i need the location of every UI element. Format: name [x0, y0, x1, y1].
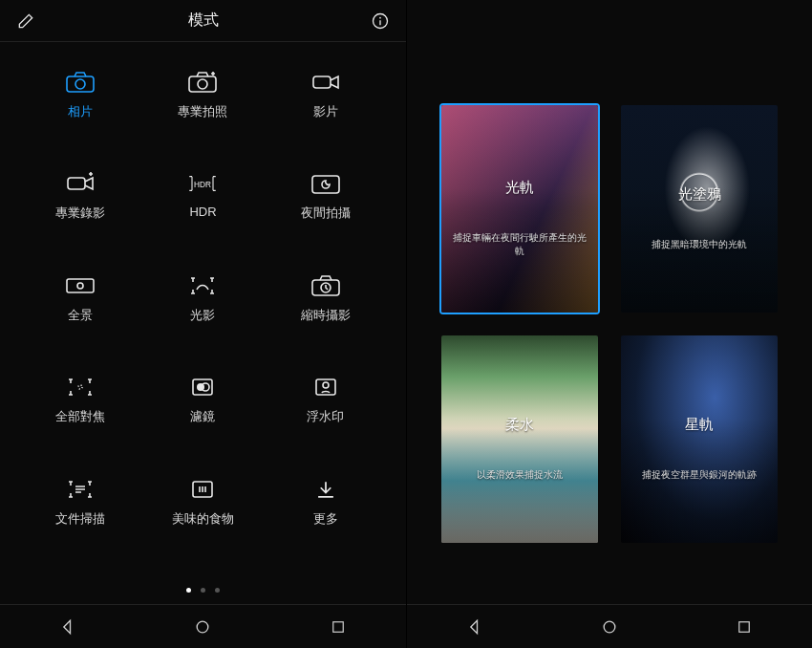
android-navbar — [407, 604, 812, 648]
page-dot — [186, 588, 191, 593]
watermark-icon — [309, 374, 343, 400]
page-dot — [201, 588, 205, 593]
card-title: 光軌 — [505, 179, 534, 197]
option-silky-water[interactable]: 柔水 以柔滑效果捕捉水流 — [441, 335, 598, 543]
mode-all-focus[interactable]: 全部對焦 — [19, 370, 141, 471]
modes-title: 模式 — [188, 11, 219, 31]
mode-label: 專業拍照 — [178, 103, 227, 120]
svg-point-2 — [379, 16, 381, 18]
mode-panorama[interactable]: 全景 — [19, 269, 141, 370]
mode-night[interactable]: 夜間拍攝 — [265, 166, 387, 268]
timelapse-icon — [309, 272, 343, 299]
mode-label: 光影 — [190, 307, 215, 324]
mode-doc-scan[interactable]: 文件掃描 — [19, 472, 141, 573]
mode-label: 夜間拍攝 — [301, 205, 351, 222]
night-icon — [309, 170, 343, 197]
svg-point-24 — [604, 621, 615, 633]
nav-home-button[interactable] — [188, 613, 217, 641]
svg-rect-10 — [312, 176, 339, 193]
mode-pro-photo[interactable]: 專業拍照 — [141, 65, 264, 166]
nav-recent-button[interactable] — [324, 613, 353, 641]
hdr-icon: HDR — [185, 170, 220, 197]
mode-grid: 相片 專業拍照 影片 專業錄影 HDR HDR 夜間拍攝 全景 光影 — [0, 42, 406, 579]
panorama-icon — [63, 272, 97, 299]
mode-label: 浮水印 — [307, 408, 344, 425]
mode-label: 更多 — [313, 510, 338, 528]
android-navbar — [0, 604, 406, 648]
nav-home-button[interactable] — [595, 613, 624, 641]
mode-light-painting[interactable]: 光影 — [141, 269, 264, 370]
screen-light-painting-options: 光軌 捕捉車輛在夜間行駛所產生的光軌 光塗鴉 捕捉黑暗環境中的光軌 柔水 以柔滑… — [406, 0, 812, 648]
mode-watermark[interactable]: 浮水印 — [265, 370, 387, 471]
info-icon[interactable] — [368, 9, 393, 33]
svg-point-22 — [198, 621, 209, 633]
light-paint-icon — [185, 272, 220, 299]
svg-point-12 — [77, 283, 83, 289]
mode-label: 全部對焦 — [55, 408, 105, 425]
option-light-graffiti[interactable]: 光塗鴉 捕捉黑暗環境中的光軌 — [621, 105, 778, 313]
page-indicator — [0, 579, 406, 600]
mode-timelapse[interactable]: 縮時攝影 — [265, 269, 387, 370]
svg-text:HDR: HDR — [195, 181, 212, 189]
card-title: 光塗鴉 — [678, 185, 721, 204]
nav-back-button[interactable] — [460, 613, 489, 641]
svg-rect-7 — [313, 76, 331, 88]
camera-icon — [63, 69, 97, 96]
mode-label: 縮時攝影 — [301, 307, 351, 324]
card-desc: 以柔滑效果捕捉水流 — [477, 468, 563, 482]
mode-label: HDR — [189, 205, 216, 219]
video-pro-icon — [63, 170, 97, 197]
mode-label: 濾鏡 — [190, 408, 215, 425]
modes-topbar: 模式 — [0, 0, 406, 42]
svg-point-20 — [323, 382, 329, 388]
card-desc: 捕捉夜空群星與銀河的軌跡 — [642, 468, 757, 482]
card-desc: 捕捉黑暗環境中的光軌 — [652, 238, 747, 251]
mode-more[interactable]: 更多 — [265, 472, 387, 573]
screen-modes: 模式 相片 專業拍照 影片 專業錄影 HDR HDR 夜間拍攝 — [0, 0, 406, 648]
svg-point-6 — [198, 79, 207, 89]
nav-back-button[interactable] — [53, 613, 82, 641]
svg-point-15 — [78, 385, 82, 389]
mode-photo[interactable]: 相片 — [19, 65, 141, 166]
svg-rect-23 — [333, 621, 344, 632]
mode-label: 影片 — [313, 103, 338, 120]
mode-label: 全景 — [68, 307, 93, 324]
card-title: 星軌 — [685, 416, 714, 434]
option-grid: 光軌 捕捉車輛在夜間行駛所產生的光軌 光塗鴉 捕捉黑暗環境中的光軌 柔水 以柔滑… — [407, 0, 812, 604]
camera-pro-icon — [185, 69, 220, 96]
food-icon — [185, 476, 220, 503]
mode-food[interactable]: 美味的食物 — [141, 472, 264, 573]
svg-rect-25 — [739, 621, 750, 632]
svg-rect-11 — [67, 279, 94, 292]
nav-recent-button[interactable] — [730, 613, 759, 641]
mode-label: 文件掃描 — [55, 510, 105, 528]
page-dot — [215, 588, 220, 593]
video-icon — [309, 69, 343, 96]
card-title: 柔水 — [505, 416, 534, 434]
doc-scan-icon — [63, 476, 97, 503]
svg-rect-8 — [68, 178, 85, 189]
option-star-trails[interactable]: 星軌 捕捉夜空群星與銀河的軌跡 — [621, 335, 778, 543]
card-desc: 捕捉車輛在夜間行駛所產生的光軌 — [449, 231, 590, 258]
mode-label: 相片 — [68, 103, 93, 120]
mode-hdr[interactable]: HDR HDR — [141, 166, 264, 268]
mode-video[interactable]: 影片 — [265, 65, 387, 166]
option-car-light-trails[interactable]: 光軌 捕捉車輛在夜間行駛所產生的光軌 — [441, 105, 598, 313]
edit-icon[interactable] — [13, 9, 38, 33]
all-focus-icon — [63, 374, 97, 400]
mode-label: 專業錄影 — [55, 205, 105, 222]
svg-point-4 — [75, 79, 85, 89]
mode-pro-video[interactable]: 專業錄影 — [19, 166, 141, 268]
mode-filter[interactable]: 濾鏡 — [141, 370, 264, 471]
mode-label: 美味的食物 — [172, 510, 234, 528]
download-icon — [309, 476, 343, 503]
filter-icon — [185, 374, 220, 400]
